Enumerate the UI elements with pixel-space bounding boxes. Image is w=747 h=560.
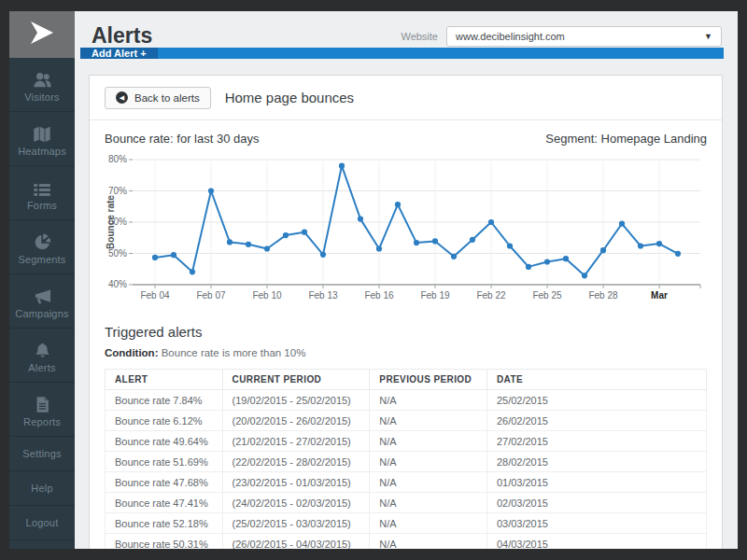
table-cell: (26/02/2015 - 04/03/2015) bbox=[222, 534, 370, 550]
table-cell: (21/02/2015 - 27/02/2015) bbox=[222, 431, 370, 452]
logo[interactable] bbox=[9, 11, 75, 58]
data-point[interactable] bbox=[507, 243, 513, 248]
data-point[interactable] bbox=[656, 241, 662, 246]
bounce-rate-chart: 40%50%60%70%80%Feb 04Feb 07Feb 10Feb 13F… bbox=[105, 154, 707, 313]
triggered-alerts-title: Triggered alerts bbox=[105, 324, 707, 341]
table-row: Bounce rate 7.84%(19/02/2015 - 25/02/201… bbox=[106, 390, 707, 411]
website-dropdown[interactable]: www.decibelinsight.com ▼ bbox=[446, 26, 722, 47]
x-tick-label: Feb 16 bbox=[364, 290, 394, 301]
sidebar-item-help[interactable]: Help bbox=[9, 471, 75, 506]
data-point[interactable] bbox=[544, 259, 550, 264]
data-point[interactable] bbox=[227, 239, 233, 245]
sidebar-item-label: Campaigns bbox=[15, 308, 68, 319]
website-dropdown-value: www.decibelinsight.com bbox=[456, 31, 704, 42]
table-cell: 02/03/2015 bbox=[486, 493, 706, 513]
data-point[interactable] bbox=[190, 269, 195, 274]
table-row: Bounce rate 49.64%(21/02/2015 - 27/02/20… bbox=[106, 431, 707, 452]
sidebar-item-settings[interactable]: Settings bbox=[9, 437, 75, 471]
data-point[interactable] bbox=[395, 202, 401, 207]
table-row: Bounce rate 6.12%(20/02/2015 - 26/02/201… bbox=[106, 411, 707, 431]
table-cell: Bounce rate 7.84% bbox=[106, 390, 223, 411]
data-point[interactable] bbox=[152, 255, 158, 260]
data-point[interactable] bbox=[246, 242, 251, 247]
campaigns-icon bbox=[32, 284, 53, 306]
table-cell: Bounce rate 51.69% bbox=[106, 452, 223, 472]
data-point[interactable] bbox=[432, 238, 438, 244]
x-tick-label: Mar bbox=[651, 290, 668, 301]
column-header-previous-period: PREVIOUS PERIOD bbox=[370, 370, 487, 390]
data-point[interactable] bbox=[600, 247, 606, 253]
data-point[interactable] bbox=[208, 188, 214, 193]
data-point[interactable] bbox=[171, 252, 176, 258]
x-tick-label: Feb 07 bbox=[196, 290, 226, 301]
data-point[interactable] bbox=[470, 237, 475, 243]
table-cell: (19/02/2015 - 25/02/2015) bbox=[222, 390, 370, 411]
sidebar-item-label: Segments bbox=[18, 254, 65, 265]
x-tick-label: Feb 19 bbox=[420, 290, 450, 301]
column-header-alert: ALERT bbox=[106, 370, 223, 390]
table-cell: 25/02/2015 bbox=[486, 390, 706, 411]
data-point[interactable] bbox=[376, 245, 382, 251]
y-tick-label: 70% bbox=[108, 186, 127, 196]
data-point[interactable] bbox=[320, 252, 326, 258]
website-label: Website bbox=[401, 31, 438, 42]
website-picker: Website www.decibelinsight.com ▼ bbox=[401, 26, 722, 47]
data-point[interactable] bbox=[339, 163, 345, 169]
data-point[interactable] bbox=[638, 243, 643, 248]
x-tick-label: Feb 22 bbox=[476, 290, 506, 301]
topbar: Alerts Website www.decibelinsight.com ▼ bbox=[75, 11, 738, 48]
sidebar: Visitors Heatmaps bbox=[9, 11, 75, 549]
sidebar-item-heatmaps[interactable]: Heatmaps bbox=[9, 112, 75, 166]
table-row: Bounce rate 47.68%(23/02/2015 - 01/03/20… bbox=[106, 472, 707, 493]
table-cell: (22/02/2015 - 28/02/2015) bbox=[222, 452, 370, 472]
sidebar-item-segments[interactable]: Segments bbox=[9, 220, 75, 274]
sidebar-item-alerts[interactable]: Alerts bbox=[9, 329, 75, 383]
table-cell: Bounce rate 52.18% bbox=[106, 513, 223, 534]
sidebar-item-visitors[interactable]: Visitors bbox=[9, 58, 75, 112]
table-row: Bounce rate 50.31%(26/02/2015 - 04/03/20… bbox=[106, 534, 707, 550]
table-cell: 28/02/2015 bbox=[486, 452, 706, 472]
sidebar-item-reports[interactable]: Reports bbox=[9, 383, 75, 437]
sidebar-item-forms[interactable]: Forms bbox=[9, 166, 75, 220]
condition-line: Condition: Bounce rate is more than 10% bbox=[105, 346, 707, 359]
data-point[interactable] bbox=[582, 273, 587, 278]
sidebar-item-campaigns[interactable]: Campaigns bbox=[9, 274, 75, 329]
x-tick-label: Feb 10 bbox=[252, 290, 282, 301]
data-point[interactable] bbox=[358, 217, 363, 222]
window-frame: Visitors Heatmaps bbox=[0, 0, 747, 560]
data-point[interactable] bbox=[675, 251, 681, 257]
data-point[interactable] bbox=[488, 219, 494, 225]
data-point[interactable] bbox=[619, 221, 625, 227]
column-header-date: DATE bbox=[486, 370, 706, 390]
sidebar-item-logout[interactable]: Logout bbox=[9, 506, 75, 540]
table-row: Bounce rate 52.18%(25/02/2015 - 03/03/20… bbox=[106, 513, 707, 534]
table-cell: (24/02/2015 - 02/03/2015) bbox=[222, 493, 370, 513]
data-point[interactable] bbox=[563, 256, 569, 261]
add-alert-button[interactable]: Add Alert + bbox=[80, 48, 158, 59]
back-to-alerts-button[interactable]: ◀ Back to alerts bbox=[105, 87, 211, 109]
data-point[interactable] bbox=[264, 245, 270, 251]
main-content: Alerts Website www.decibelinsight.com ▼ … bbox=[75, 11, 738, 549]
sidebar-item-label: Forms bbox=[27, 200, 57, 211]
data-point[interactable] bbox=[414, 240, 419, 245]
table-cell: Bounce rate 47.68% bbox=[106, 472, 223, 493]
table-row: Bounce rate 51.69%(22/02/2015 - 28/02/20… bbox=[106, 452, 707, 472]
segment-label: Segment: Homepage Landing bbox=[545, 132, 707, 150]
segments-icon bbox=[32, 230, 52, 252]
data-point[interactable] bbox=[302, 230, 307, 235]
table-cell: Bounce rate 49.64% bbox=[106, 431, 223, 452]
heatmaps-icon bbox=[32, 121, 52, 144]
y-tick-label: 80% bbox=[108, 154, 127, 164]
page-title: Alerts bbox=[92, 23, 152, 48]
table-cell: Bounce rate 50.31% bbox=[106, 534, 223, 550]
data-point[interactable] bbox=[526, 264, 531, 270]
data-point[interactable] bbox=[283, 232, 289, 238]
table-cell: (20/02/2015 - 26/02/2015) bbox=[222, 411, 370, 431]
data-point[interactable] bbox=[451, 254, 457, 259]
sidebar-item-label: Logout bbox=[26, 517, 59, 528]
table-cell: N/A bbox=[370, 472, 487, 493]
sidebar-item-label: Heatmaps bbox=[18, 146, 66, 157]
sidebar-item-label: Help bbox=[31, 483, 52, 494]
table-cell: N/A bbox=[370, 452, 487, 472]
table-cell: 03/03/2015 bbox=[486, 513, 706, 534]
